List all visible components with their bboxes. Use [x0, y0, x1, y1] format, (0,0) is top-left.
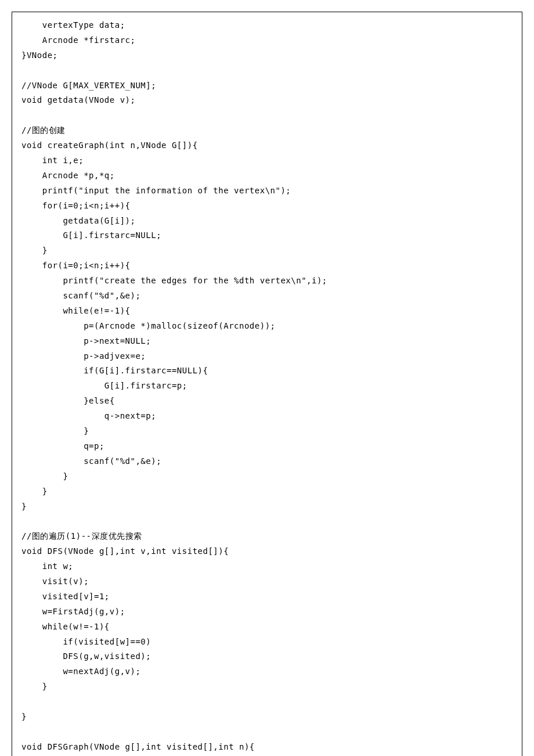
code-line: G[i].firstarc=NULL;	[21, 228, 513, 243]
code-line: w=FirstAdj(g,v);	[21, 604, 513, 620]
code-line: q=p;	[21, 439, 513, 454]
code-line: }	[21, 710, 513, 725]
code-line: if(visited[w]==0)	[21, 635, 513, 650]
code-line: //VNode G[MAX_VERTEX_NUM];	[21, 78, 513, 93]
code-line: G[i].firstarc=p;	[21, 379, 513, 394]
code-line: p->next=NULL;	[21, 334, 513, 349]
code-line: int i,e;	[21, 153, 513, 168]
code-line: }	[21, 243, 513, 258]
code-line	[21, 514, 513, 529]
code-line: DFS(g,w,visited);	[21, 649, 513, 664]
code-line: while(w!=-1){	[21, 620, 513, 635]
code-line: //图的创建	[21, 123, 513, 138]
code-line: w=nextAdj(g,v);	[21, 664, 513, 679]
code-line: for(i=0;i<n;i++){	[21, 258, 513, 273]
code-line: }	[21, 484, 513, 499]
code-line: void getdata(VNode v);	[21, 93, 513, 108]
code-line: getdata(G[i]);	[21, 214, 513, 229]
code-line: //图的遍历(1)--深度优先搜索	[21, 529, 513, 544]
code-container: vertexType data; Arcnode *firstarc;}VNod…	[12, 12, 522, 756]
code-line: void DFSGraph(VNode g[],int visited[],in…	[21, 740, 513, 755]
code-line: while(e!=-1){	[21, 304, 513, 319]
code-line: scanf("%d",&e);	[21, 289, 513, 304]
code-line: vertexType data;	[21, 18, 513, 33]
code-line: visit(v);	[21, 574, 513, 589]
code-line	[21, 725, 513, 740]
code-line	[21, 108, 513, 123]
code-line: Arcnode *p,*q;	[21, 168, 513, 183]
code-line: }	[21, 469, 513, 484]
code-line: printf("create the edges for the %dth ve…	[21, 273, 513, 289]
code-line: }else{	[21, 394, 513, 409]
code-line	[21, 63, 513, 78]
code-line: q->next=p;	[21, 409, 513, 424]
code-line: }	[21, 499, 513, 514]
code-line: Arcnode *firstarc;	[21, 33, 513, 48]
code-line: visited[v]=1;	[21, 589, 513, 604]
code-line: }VNode;	[21, 48, 513, 63]
code-line: for(i=0;i<n;i++){	[21, 199, 513, 214]
code-line: printf("input the information of the ver…	[21, 183, 513, 199]
code-line: p=(Arcnode *)malloc(sizeof(Arcnode));	[21, 319, 513, 334]
code-line: }	[21, 424, 513, 439]
code-line: p->adjvex=e;	[21, 349, 513, 364]
code-line: int w;	[21, 559, 513, 574]
code-line: void createGraph(int n,VNode G[]){	[21, 138, 513, 153]
code-line: if(G[i].firstarc==NULL){	[21, 363, 513, 379]
code-line: }	[21, 679, 513, 694]
code-line: scanf("%d",&e);	[21, 454, 513, 469]
code-line	[21, 694, 513, 710]
code-line: void DFS(VNode g[],int v,int visited[]){	[21, 544, 513, 559]
